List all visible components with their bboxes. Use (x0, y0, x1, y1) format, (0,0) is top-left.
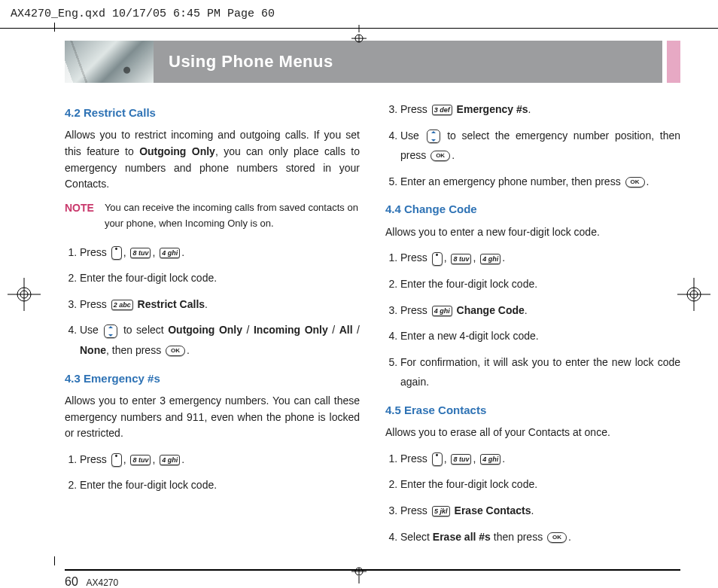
header-thumbnail (65, 41, 154, 83)
chapter-title: Using Phone Menus (154, 41, 662, 83)
nav-key-icon (427, 129, 440, 143)
step: Enter the four-digit lock code. (80, 268, 360, 288)
ok-key-icon: OK (625, 177, 645, 187)
step: Press , 8 tuv, 4 ghi. (400, 248, 680, 268)
crop-mark (54, 23, 55, 32)
key-8-icon: 8 tuv (130, 248, 151, 258)
step: Enter the four-digit lock code. (80, 475, 360, 495)
ok-key-icon: OK (547, 532, 567, 543)
note-text: You can receive the incoming calls from … (105, 200, 360, 232)
key-2-icon: 2 abc (111, 300, 133, 310)
key-8-icon: 8 tuv (451, 254, 471, 264)
key-8-icon: 8 tuv (130, 455, 151, 465)
registration-mark-bottom (344, 565, 374, 583)
crop-mark (54, 556, 55, 565)
registration-mark-left (8, 278, 41, 311)
step: Press 2 abc Restrict Calls. (80, 294, 360, 315)
step: Use to select Outgoing Only / Incoming O… (80, 320, 360, 360)
registration-mark-top (344, 25, 374, 43)
step: Press 4 ghi Change Code. (400, 300, 680, 321)
section-heading: 4.3 Emergency #s (65, 370, 360, 387)
column-left: 4.2 Restrict Calls Allows you to restric… (65, 99, 360, 556)
key-4-icon: 4 ghi (160, 248, 180, 258)
note-label: NOTE (65, 200, 94, 232)
step: Press 5 jkl Erase Contacts. (400, 501, 680, 521)
step: Enter an emergency phone number, then pr… (400, 172, 680, 192)
note-block: NOTE You can receive the incoming calls … (65, 200, 360, 232)
key-8-icon: 8 tuv (451, 454, 471, 465)
body-text: Allows you to enter a new four-digit loc… (385, 224, 680, 241)
registration-mark-right (677, 278, 710, 311)
column-right: Press 3 def Emergency #s. Use to select … (385, 99, 680, 556)
menu-key-icon (432, 252, 443, 266)
step: Select Erase all #s then press OK. (400, 527, 680, 547)
section-heading: 4.4 Change Code (385, 200, 680, 218)
step: Enter the four-digit lock code. (400, 474, 680, 495)
menu-key-icon (111, 453, 122, 467)
key-4-icon: 4 ghi (432, 306, 452, 316)
step: Press , 8 tuv, 4 ghi. (80, 242, 360, 263)
body-text: Allows you to erase all of your Contacts… (385, 425, 680, 441)
key-4-icon: 4 ghi (480, 254, 500, 264)
step: Press 3 def Emergency #s. (400, 99, 680, 120)
step: Enter a new 4-digit lock code. (400, 326, 680, 346)
step: Enter the four-digit lock code. (400, 274, 680, 294)
key-4-icon: 4 ghi (160, 455, 180, 465)
model-name: AX4270 (86, 577, 118, 588)
section-heading: 4.5 Erase Contacts (385, 401, 680, 419)
step: For confirmation, it will ask you to ent… (400, 352, 680, 392)
chapter-header: Using Phone Menus (65, 41, 680, 83)
step: Press , 8 tuv, 4 ghi. (80, 449, 360, 470)
section-tab (667, 41, 680, 83)
page-number: 60 (65, 575, 78, 588)
step: Press , 8 tuv, 4 ghi. (400, 449, 680, 469)
key-5-icon: 5 jkl (432, 506, 450, 516)
nav-key-icon (104, 324, 117, 338)
menu-key-icon (432, 452, 443, 466)
ok-key-icon: OK (166, 346, 185, 356)
key-3-icon: 3 def (432, 105, 452, 115)
section-heading: 4.2 Restrict Calls (65, 104, 360, 121)
page-body: Using Phone Menus 4.2 Restrict Calls All… (65, 41, 680, 588)
body-text: Allows you to enter 3 emergency numbers.… (65, 393, 360, 442)
menu-key-icon (111, 246, 122, 260)
step: Use to select the emergency number posit… (400, 126, 680, 166)
key-4-icon: 4 ghi (480, 454, 500, 465)
body-text: Allows you to restrict incoming and outg… (65, 127, 360, 193)
ok-key-icon: OK (430, 151, 450, 161)
